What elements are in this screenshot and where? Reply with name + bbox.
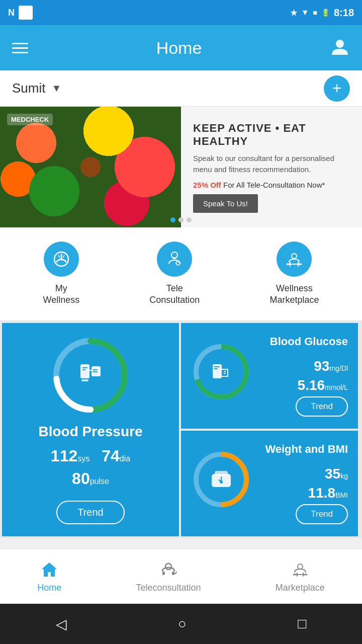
app-icon xyxy=(19,6,33,20)
offer-suffix: For All Tele-Consultation Now* xyxy=(223,181,325,189)
status-right: ★ ▼ ■ 🔋 8:18 xyxy=(290,7,354,19)
weight-inner: Weight and BMI 35kg 11.8BMI Trend xyxy=(191,443,348,524)
status-bar: N ★ ▼ ■ 🔋 8:18 xyxy=(0,0,362,25)
patient-bar: Sumit ▼ + xyxy=(0,70,362,107)
svg-rect-26 xyxy=(93,369,98,370)
svg-rect-33 xyxy=(214,366,220,367)
hamburger-line-2 xyxy=(12,47,28,49)
speak-to-us-button[interactable]: Speak To Us! xyxy=(193,194,258,213)
bottom-nav-home[interactable]: Home xyxy=(37,559,61,593)
my-wellness-icon-bg xyxy=(44,242,79,277)
bp-pulse: 80pulse xyxy=(72,469,109,488)
svg-point-3 xyxy=(60,258,62,261)
glucose-mgdl: 93mg/Dl xyxy=(314,358,348,374)
glucose-mmol: 5.16mmol/L xyxy=(298,377,348,393)
patient-name: Sumit xyxy=(12,80,45,96)
dumbbell-icon xyxy=(285,250,303,268)
bp-dia-value: 74dia xyxy=(102,447,130,465)
glucose-icon xyxy=(209,359,234,384)
offer-highlight: 25% Off xyxy=(193,181,221,189)
marketplace-nav-icon xyxy=(290,559,310,580)
home-nav-icon xyxy=(39,559,59,580)
glucose-trend-button[interactable]: Trend xyxy=(296,396,348,417)
banner: MEDCHECK KEEP ACTIVE • EAT HEALTHY Speak… xyxy=(0,107,362,227)
svg-rect-20 xyxy=(80,364,89,378)
banner-offer: 25% Off For All Tele-Consultation Now* xyxy=(193,181,350,189)
bp-circle xyxy=(50,335,131,416)
status-left: N xyxy=(8,6,33,20)
hamburger-menu[interactable] xyxy=(12,43,28,53)
svg-point-41 xyxy=(220,480,223,484)
dot-2 xyxy=(187,217,192,222)
banner-image: MEDCHECK xyxy=(0,107,181,227)
weight-title: Weight and BMI xyxy=(265,443,348,456)
brand-label: MEDCHECK xyxy=(7,114,53,125)
bottom-nav-teleconsultation[interactable]: Teleconsultation xyxy=(136,559,201,593)
home-nav-label: Home xyxy=(37,583,61,593)
svg-rect-44 xyxy=(172,572,174,575)
marketplace-icon xyxy=(291,560,309,579)
svg-rect-38 xyxy=(215,471,228,476)
home-icon xyxy=(40,560,58,579)
patient-selector[interactable]: Sumit ▼ xyxy=(12,80,324,96)
notification-icon: N xyxy=(8,8,15,18)
wellness-marketplace-label: WellnessMarketplace xyxy=(269,283,319,306)
tele-consultation-icon-bg xyxy=(157,242,192,277)
top-nav-bar: Home xyxy=(0,25,362,70)
my-wellness-label: MyWellness xyxy=(43,283,80,306)
quick-item-wellness-marketplace[interactable]: WellnessMarketplace xyxy=(269,242,319,306)
svg-point-11 xyxy=(292,254,297,259)
glucose-circle xyxy=(191,342,251,402)
bp-trend-button[interactable]: Trend xyxy=(56,501,125,524)
banner-content: KEEP ACTIVE • EAT HEALTHY Speak to our c… xyxy=(181,107,362,227)
svg-rect-34 xyxy=(214,368,218,369)
signal-icon: ■ xyxy=(313,9,317,17)
glucose-values: Blood Glucose 93mg/Dl 5.16mmol/L Trend xyxy=(259,335,348,417)
headset-icon xyxy=(159,560,177,579)
svg-point-42 xyxy=(165,564,171,570)
svg-rect-5 xyxy=(172,257,176,259)
quick-item-tele-consultation[interactable]: TeleConsultation xyxy=(149,242,200,306)
quick-nav: MyWellness TeleConsultation xyxy=(0,227,362,321)
bp-title: Blood Pressure xyxy=(39,424,143,440)
hamburger-line-3 xyxy=(12,52,28,53)
marketplace-nav-label: Marketplace xyxy=(276,583,325,593)
android-back-button[interactable]: ◁ xyxy=(56,616,67,632)
weight-values: Weight and BMI 35kg 11.8BMI Trend xyxy=(259,443,348,524)
status-time: 8:18 xyxy=(334,7,354,19)
wifi-icon: ▼ xyxy=(301,8,309,17)
hamburger-line-1 xyxy=(12,43,28,44)
quick-item-my-wellness[interactable]: MyWellness xyxy=(43,242,80,306)
battery-icon: 🔋 xyxy=(321,9,330,17)
page-title: Home xyxy=(28,38,330,58)
right-cards-col: Blood Glucose 93mg/Dl 5.16mmol/L Trend xyxy=(181,323,358,536)
weight-trend-button[interactable]: Trend xyxy=(296,504,348,524)
gauge-icon xyxy=(52,250,70,268)
wellness-marketplace-icon-bg xyxy=(277,242,312,277)
bp-values: 112sys 74dia xyxy=(51,447,130,465)
blood-pressure-card: Blood Pressure 112sys 74dia 80pulse Tren… xyxy=(2,323,179,536)
android-home-button[interactable]: ○ xyxy=(178,616,187,632)
teleconsultation-nav-label: Teleconsultation xyxy=(136,583,201,593)
banner-subtitle: Speak to our consultant for a personalis… xyxy=(193,153,350,176)
blood-pressure-device-icon xyxy=(75,360,106,390)
svg-rect-43 xyxy=(162,572,165,575)
weight-scale-icon xyxy=(209,464,234,495)
health-cards-grid: Blood Pressure 112sys 74dia 80pulse Tren… xyxy=(0,321,362,538)
bottom-nav-marketplace[interactable]: Marketplace xyxy=(276,559,325,593)
svg-rect-24 xyxy=(82,367,87,368)
banner-dots xyxy=(170,217,192,222)
bluetooth-icon: ★ xyxy=(290,8,297,18)
bp-icon xyxy=(73,358,108,393)
teleconsultation-nav-icon xyxy=(158,559,178,580)
glucose-device-icon xyxy=(209,357,234,387)
glucose-title: Blood Glucose xyxy=(270,335,348,348)
profile-icon xyxy=(330,37,350,57)
weight-bmi-card: Weight and BMI 35kg 11.8BMI Trend xyxy=(181,431,358,536)
add-patient-button[interactable]: + xyxy=(324,75,350,102)
android-recent-button[interactable]: □ xyxy=(298,616,306,632)
profile-button[interactable] xyxy=(330,37,350,59)
bp-sys-value: 112sys xyxy=(51,447,89,465)
glucose-inner: Blood Glucose 93mg/Dl 5.16mmol/L Trend xyxy=(191,335,348,417)
weight-icon xyxy=(209,467,234,492)
